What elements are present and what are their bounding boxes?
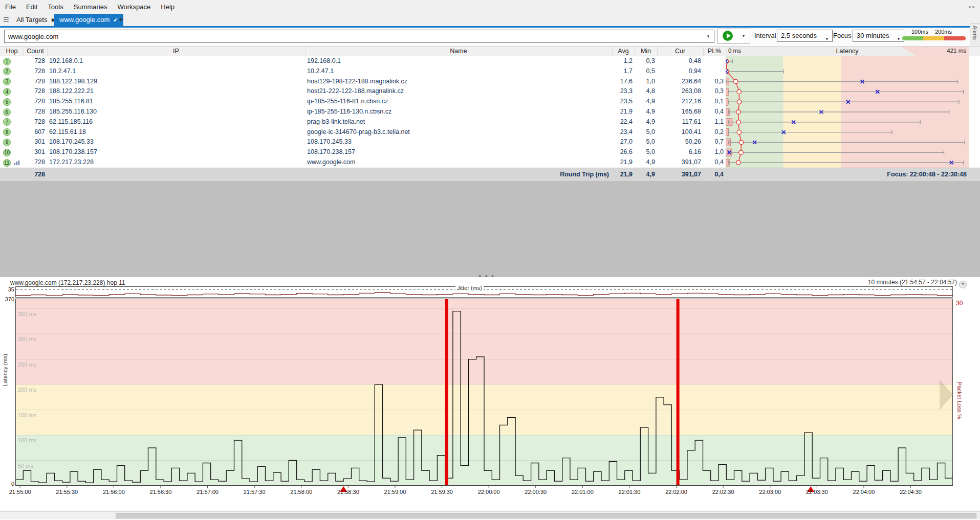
time-tick-label: 22:02:30: [705, 489, 741, 495]
ip-cell: 62.115.61.18: [49, 127, 86, 138]
name-cell: 10.2.47.1: [307, 66, 334, 77]
col-name[interactable]: Name: [305, 48, 613, 56]
chevron-down-icon[interactable]: ▼: [706, 34, 710, 39]
time-tick-label: 22:01:30: [612, 489, 647, 495]
time-tick-label: 22:03:30: [799, 489, 835, 495]
col-min[interactable]: Min: [635, 48, 658, 56]
chevron-down-icon: ▼: [897, 34, 901, 45]
latency-legend-bar: [902, 36, 966, 40]
count-cell: 728: [24, 117, 45, 127]
time-tick-label: 22:00:00: [471, 489, 507, 495]
menu-file[interactable]: File: [0, 0, 21, 11]
hop-number-badge: 4: [3, 88, 11, 96]
target-combo[interactable]: ▼: [4, 30, 714, 43]
min-cell: 5,0: [635, 147, 655, 157]
pl-cell: 0,7: [703, 137, 724, 147]
target-input[interactable]: [5, 30, 714, 42]
chevron-down-icon: ▼: [959, 281, 967, 288]
pl-cell: 0,3: [703, 77, 724, 87]
cur-cell: 6,16: [657, 147, 701, 157]
packet-loss-axis-label: Packet Loss %: [956, 382, 963, 419]
avg-cell: 26,6: [612, 147, 633, 157]
time-tick-label: 21:59:30: [424, 489, 460, 495]
check-icon: ✔: [113, 17, 118, 23]
hop-latency-range-chart: [726, 56, 969, 168]
pl-cell: 1,0: [703, 147, 724, 157]
avg-cell: 1,7: [612, 66, 633, 77]
hamburger-icon[interactable]: ☰: [3, 16, 9, 24]
count-cell: 728: [24, 56, 45, 66]
timeline-scrollbar-thumb[interactable]: [116, 513, 976, 518]
pl-cell: 0,4: [703, 107, 724, 117]
new-tab-button[interactable]: +: [119, 15, 123, 24]
svg-text:50 ms: 50 ms: [18, 463, 33, 469]
latency-timeline-chart[interactable]: 350 ms300 ms250 ms200 ms150 ms100 ms50 m…: [15, 299, 953, 493]
hop-number-badge: 6: [3, 108, 11, 116]
pl-cell: [703, 56, 724, 66]
time-tick-label: 21:58:00: [284, 489, 319, 495]
start-options-dropdown[interactable]: ▼: [737, 29, 750, 44]
col-cur[interactable]: Cur: [657, 48, 704, 56]
timeline-scrollbar[interactable]: [0, 511, 980, 519]
avg-cell: 1,2: [612, 56, 633, 66]
min-cell: 0,5: [635, 66, 655, 77]
ip-cell: 188.122.198.129: [49, 77, 97, 87]
scroll-left-right-icons[interactable]: ◂▸: [968, 4, 977, 9]
col-ip[interactable]: IP: [47, 48, 306, 56]
cur-cell: 117,61: [657, 117, 701, 127]
avg-cell: 22,4: [612, 117, 633, 127]
min-cell: 4,8: [635, 86, 655, 97]
name-cell: ip-185-255-116-81.n.cbsn.cz: [307, 97, 388, 107]
avg-cell: 21,9: [612, 107, 633, 117]
grid-header: Hop Count IP Name Avg Min Cur PL% 0 ms L…: [0, 46, 980, 56]
bar-chart-icon: [14, 161, 20, 165]
col-avg[interactable]: Avg: [612, 48, 635, 56]
packet-loss-axis-max: 30: [956, 300, 963, 307]
time-tick-label: 22:02:00: [659, 489, 694, 495]
time-tick-label: 22:04:30: [893, 489, 929, 495]
name-cell: google-ic-314670-prag-b3.c.telia.net: [307, 127, 410, 138]
col-hop[interactable]: Hop: [0, 48, 24, 56]
count-cell: 728: [24, 77, 45, 87]
menu-help[interactable]: Help: [156, 0, 180, 11]
ip-cell: 172.217.23.228: [49, 157, 94, 168]
count-cell: 301: [24, 137, 45, 147]
name-cell: prag-b3-link.telia.net: [307, 117, 365, 127]
menu-summaries[interactable]: Summaries: [69, 0, 113, 11]
min-cell: 4,9: [635, 97, 655, 107]
hop-number-badge: 11: [3, 159, 11, 167]
pl-cell: 0,3: [703, 86, 724, 97]
hop-number-badge: 5: [3, 98, 11, 106]
name-cell: 108.170.245.33: [307, 137, 352, 147]
summary-cur: 391,07: [657, 168, 701, 181]
svg-text:200 ms: 200 ms: [18, 387, 37, 393]
cur-cell: 236,64: [657, 77, 701, 87]
interval-select[interactable]: 2,5 seconds▼: [777, 30, 833, 42]
pl-cell: 0,2: [703, 127, 724, 138]
latency-axis-min: 0: [1, 481, 14, 487]
jitter-axis-max: 35: [4, 286, 14, 292]
name-cell: 192.168.0.1: [307, 56, 341, 66]
col-pl[interactable]: PL%: [703, 48, 726, 56]
cur-cell: 50,26: [657, 137, 701, 147]
latency-column-header: 0 ms Latency 421 ms: [726, 47, 969, 56]
summary-count: 728: [24, 168, 45, 181]
menu-tools[interactable]: Tools: [42, 0, 68, 11]
name-cell: www.google.com: [307, 157, 356, 168]
tab-all-targets[interactable]: All Targets✖: [11, 14, 60, 26]
interval-label: Interval: [754, 32, 776, 39]
ip-cell: 188.122.222.21: [49, 86, 94, 97]
focus-select[interactable]: 30 minutes▼: [853, 30, 904, 42]
time-tick-label: 21:55:30: [49, 489, 85, 495]
min-cell: 5,0: [635, 127, 655, 138]
col-count[interactable]: Count: [24, 48, 48, 56]
timeline-title: www.google.com (172.217.23.228) hop 11: [10, 279, 125, 286]
svg-text:350 ms: 350 ms: [18, 311, 37, 317]
pl-cell: 0,4: [703, 157, 724, 168]
menu-edit[interactable]: Edit: [21, 0, 42, 11]
menu-workspace[interactable]: Workspace: [112, 0, 156, 11]
start-trace-button[interactable]: [717, 29, 739, 44]
summary-row: 728 Round Trip (ms) 21,9 4,9 391,07 0,4 …: [0, 168, 980, 181]
pan-right-arrow-icon[interactable]: [940, 379, 953, 410]
tab-www-google-com[interactable]: www.google.com✔: [54, 14, 123, 26]
